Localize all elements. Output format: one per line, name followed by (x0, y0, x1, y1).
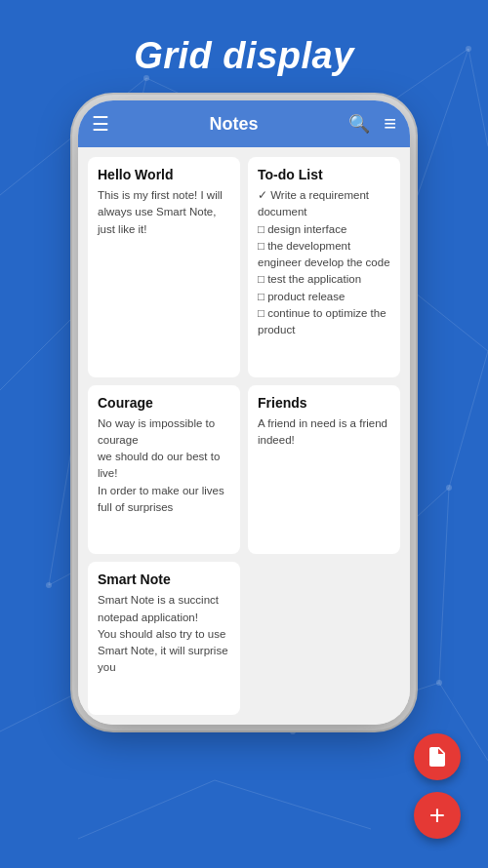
note-title: Friends (258, 395, 390, 411)
note-body: No way is impossible to courage we shoul… (98, 415, 230, 517)
note-body: ✓ Write a requirement document □ design … (258, 187, 390, 338)
phone-mockup: ☰ Notes 🔍 ≡ Hello World This is my first… (78, 100, 410, 725)
filter-icon[interactable]: ≡ (384, 111, 396, 137)
app-bar-title: Notes (119, 114, 348, 135)
note-body: A friend in need is a friend indeed! (258, 415, 390, 450)
menu-icon[interactable]: ☰ (92, 112, 109, 136)
app-bar: ☰ Notes 🔍 ≡ (78, 100, 410, 147)
note-card-hello-world[interactable]: Hello World This is my first note! I wil… (88, 157, 240, 377)
add-note-fab[interactable]: + (414, 792, 461, 839)
note-card-todo[interactable]: To-do List ✓ Write a requirement documen… (248, 157, 400, 377)
note-title: To-do List (258, 167, 390, 182)
svg-point-29 (466, 46, 471, 52)
note-title: Hello World (98, 167, 230, 182)
page-title: Grid display (134, 35, 354, 77)
svg-point-36 (446, 485, 452, 491)
note-body: Smart Note is a succinct notepad applica… (98, 592, 230, 676)
svg-point-38 (290, 729, 296, 734)
note-title: Smart Note (98, 572, 230, 587)
svg-point-39 (436, 680, 442, 686)
note-card-smart-note[interactable]: Smart Note Smart Note is a succinct note… (88, 562, 240, 715)
fab-container: + (414, 733, 461, 839)
svg-point-33 (46, 582, 52, 588)
new-note-fab[interactable] (414, 733, 461, 780)
note-card-friends[interactable]: Friends A friend in need is a friend ind… (248, 385, 400, 555)
note-title: Courage (98, 395, 230, 411)
search-icon[interactable]: 🔍 (348, 113, 370, 135)
note-card-courage[interactable]: Courage No way is impossible to courage … (88, 385, 240, 555)
app-bar-actions: 🔍 ≡ (348, 111, 396, 137)
note-body: This is my first note! I will always use… (98, 187, 230, 238)
notes-grid: Hello World This is my first note! I wil… (78, 147, 410, 725)
